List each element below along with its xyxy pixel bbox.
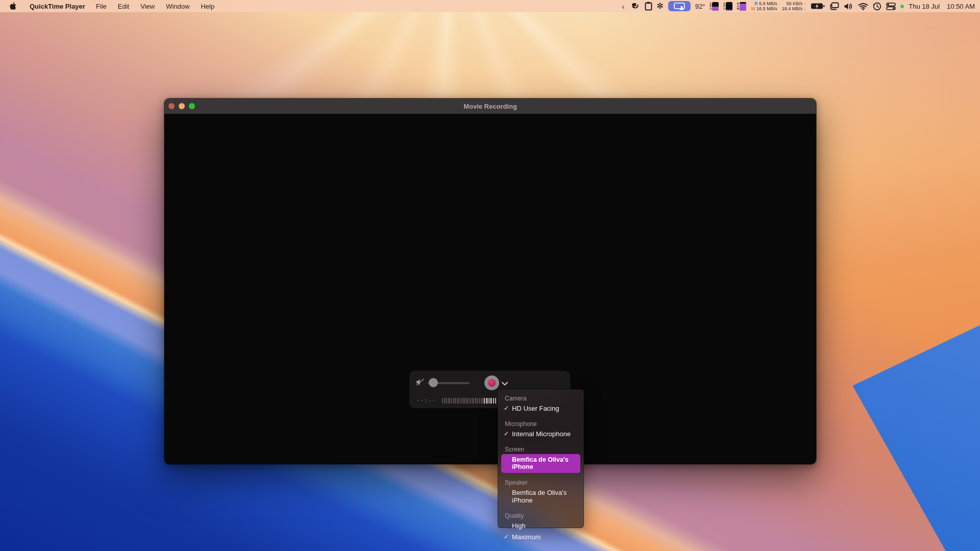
- traffic-lights: [164, 103, 195, 109]
- temperature-readout[interactable]: 92°: [695, 3, 705, 10]
- gpu-meter[interactable]: GPU: [723, 2, 732, 11]
- hand-check-icon[interactable]: [630, 2, 640, 11]
- cpu-meter[interactable]: CPU: [710, 2, 719, 11]
- menu-section-microphone: Microphone: [498, 419, 583, 429]
- menu-section-camera: Camera: [498, 393, 583, 403]
- menu-item-window[interactable]: Window: [160, 3, 195, 10]
- menu-bar-left: QuickTime Player File Edit View Window H…: [0, 2, 220, 10]
- audio-level-meter-low: [442, 398, 484, 404]
- close-button[interactable]: [168, 103, 175, 109]
- record-button[interactable]: [484, 375, 499, 390]
- volume-slider-knob[interactable]: [429, 378, 438, 387]
- chatgpt-icon[interactable]: ✻: [657, 2, 664, 10]
- control-center-icon[interactable]: [886, 3, 896, 10]
- menu-item-speaker-bemfica-iphone[interactable]: Bemfica de Oliva's iPhone: [498, 487, 583, 506]
- disk-io-readout[interactable]: R 5.6 MB/s W 16.5 MB/s: [751, 1, 777, 11]
- recording-preview-area: [164, 114, 816, 464]
- menu-bar: QuickTime Player File Edit View Window H…: [0, 0, 980, 12]
- menubar-collapse-chevron-icon[interactable]: ‹: [622, 2, 625, 11]
- menubar-time: 10:50 AM: [947, 3, 975, 10]
- wifi-icon[interactable]: [858, 3, 868, 10]
- ram-meter-label: RAM: [737, 3, 739, 10]
- network-io-readout[interactable]: 56 KB/s ↑ 18.4 MB/s ↓: [782, 1, 806, 11]
- recording-time-display: --:--: [415, 397, 437, 404]
- menu-item-quality-maximum[interactable]: ✓ Maximum: [498, 532, 583, 543]
- apple-menu-icon[interactable]: [9, 2, 16, 10]
- green-status-dot: [900, 5, 904, 8]
- menu-section-screen: Screen: [498, 444, 583, 454]
- options-chevron-icon[interactable]: [501, 380, 508, 386]
- menu-item-help[interactable]: Help: [195, 3, 220, 10]
- menu-section-quality: Quality: [498, 511, 583, 520]
- screen-mirroring-icon[interactable]: [668, 1, 691, 11]
- zoom-button[interactable]: [189, 103, 195, 109]
- ram-meter[interactable]: RAM: [737, 2, 746, 11]
- menu-bar-status: ‹ ✻ 92° CPU GPU RAM R 5.6 MB/s W 16.5 MB…: [622, 1, 980, 11]
- quicktime-movie-recording-window: Movie Recording: [164, 98, 817, 465]
- window-title: Movie Recording: [164, 103, 816, 110]
- menu-item-screen-bemfica-iphone[interactable]: Bemfica de Oliva's iPhone: [501, 454, 580, 473]
- menu-item-file[interactable]: File: [90, 3, 112, 10]
- check-icon: ✓: [504, 533, 509, 540]
- menu-item-edit[interactable]: Edit: [112, 3, 135, 10]
- cpu-meter-label: CPU: [710, 3, 712, 10]
- menu-item-internal-microphone[interactable]: ✓ Internal Microphone: [498, 429, 583, 440]
- muted-speaker-icon[interactable]: [416, 378, 425, 388]
- menu-app-name[interactable]: QuickTime Player: [24, 3, 90, 10]
- menubar-date: Thu 18 Jul: [909, 3, 940, 10]
- volume-icon[interactable]: [844, 3, 853, 10]
- gpu-meter-label: GPU: [723, 3, 725, 10]
- menu-item-quality-high[interactable]: High: [498, 520, 583, 532]
- audio-level-meter-peak: [484, 398, 496, 404]
- menu-item-hd-user-facing[interactable]: ✓ HD User Facing: [498, 403, 583, 414]
- audio-level-meter: [442, 398, 496, 404]
- check-icon: ✓: [504, 405, 509, 412]
- record-dot-icon: [488, 379, 496, 387]
- recording-options-menu: Camera ✓ HD User Facing Microphone ✓ Int…: [498, 389, 584, 528]
- check-icon: ✓: [504, 430, 509, 437]
- clipboard-icon[interactable]: [645, 2, 652, 11]
- battery-charging-icon[interactable]: [811, 3, 825, 10]
- menubar-clock[interactable]: Thu 18 Jul 10:50 AM: [909, 3, 975, 10]
- menu-section-speaker: Speaker: [498, 478, 583, 487]
- menu-item-view[interactable]: View: [135, 3, 160, 10]
- minimize-button[interactable]: [179, 103, 185, 109]
- time-machine-icon[interactable]: [873, 2, 881, 11]
- window-titlebar[interactable]: Movie Recording: [164, 98, 816, 114]
- stacked-windows-icon[interactable]: [829, 2, 839, 10]
